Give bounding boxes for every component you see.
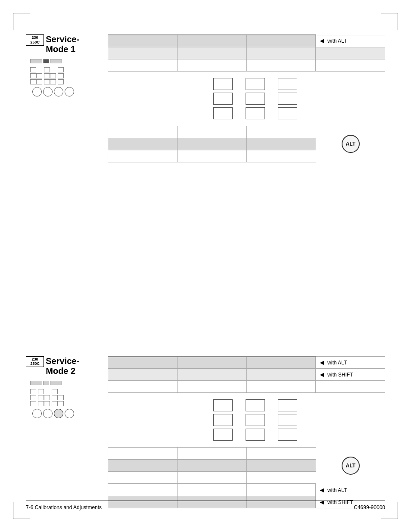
bcell-3-2	[177, 150, 246, 162]
small-box2-2	[213, 414, 233, 426]
service-mode-1-right-panel: ◄ with ALT	[108, 34, 385, 162]
arrow-icon-4: ◄	[318, 486, 325, 494]
table-row	[108, 381, 385, 393]
key-15	[58, 79, 64, 84]
cell-2-1	[108, 47, 177, 59]
round-btn-3	[54, 87, 63, 96]
table-row: ALT	[108, 126, 386, 138]
table-row: ALT	[108, 448, 386, 460]
key-group-2b	[38, 389, 49, 406]
cell-2-2	[177, 47, 246, 59]
footer: 7-6 Calibrations and Adjustments C4699-9…	[26, 501, 385, 510]
b2cell-1-3	[246, 448, 316, 460]
small-box-4	[246, 78, 265, 90]
key-8	[50, 67, 56, 72]
service-mode-2-title-container: 230 250C Service-Mode 2	[26, 356, 101, 376]
slider-seg-2-1	[30, 381, 42, 385]
slider-seg-2-3	[50, 381, 62, 385]
slider-seg-2	[43, 59, 49, 63]
small-box2-7	[278, 399, 297, 411]
slider-seg-2-2	[43, 381, 49, 385]
small-box2-9	[278, 429, 297, 441]
bcell-1-3	[246, 126, 316, 138]
s2-cell-2-1	[108, 369, 177, 381]
bcell-1-1	[108, 126, 177, 138]
alt-button-1[interactable]: ALT	[342, 135, 360, 153]
s2-cell-3-3	[246, 381, 316, 393]
key-1	[30, 67, 36, 72]
key2-12	[52, 395, 58, 400]
with-alt-label-3: ◄ with ALT	[318, 486, 382, 494]
service-mode-1-badge: 230 250C	[26, 34, 44, 46]
table-row: ◄ with ALT	[108, 35, 385, 47]
keyboard-diagram-2	[30, 380, 101, 418]
key-5	[30, 79, 36, 84]
key2-5	[44, 389, 50, 394]
b2cell-3-2	[177, 472, 246, 484]
s2-cell-1-3	[246, 357, 316, 369]
b2cell-3-1	[108, 472, 177, 484]
service-mode-1-title-container: 230 250C Service-Mode 1	[26, 34, 101, 54]
with-alt-text-1: with ALT	[327, 38, 347, 44]
b2cell-2-2	[177, 460, 246, 472]
key-2	[36, 67, 42, 72]
slider-row-1	[30, 58, 101, 65]
key-3	[30, 73, 36, 78]
bottom-grid-section-1: ALT	[108, 126, 385, 162]
cell-1-1	[108, 35, 177, 47]
round-btn2-2	[43, 409, 53, 418]
table-row	[108, 59, 385, 71]
small-box-1	[213, 78, 233, 90]
small-box2-4	[246, 399, 265, 411]
round-btn2-3	[54, 409, 63, 418]
with-shift-label-2: ◄ with SHIFT	[318, 371, 382, 379]
bcell-1-2	[177, 126, 246, 138]
s2-cell-2-2	[177, 369, 246, 381]
cell-1-3	[246, 35, 316, 47]
key2-6	[38, 395, 44, 400]
s2-cell-1-2	[177, 357, 246, 369]
key2-15	[58, 401, 64, 406]
arrow-icon-2: ◄	[318, 359, 325, 367]
s2-cell-3-4	[316, 381, 385, 393]
s2-cell-2-4: ◄ with SHIFT	[316, 369, 385, 381]
cell-3-4	[316, 59, 385, 71]
key2-8	[38, 401, 44, 406]
key-group-2c	[52, 389, 63, 406]
service-mode-2-left-panel: 230 250C Service-Mode 2	[26, 356, 101, 509]
key2-14	[52, 401, 58, 406]
service-mode-1-title: Service-Mode 1	[46, 34, 101, 54]
button-row-1	[32, 87, 101, 96]
key2-10	[52, 389, 58, 394]
table-row: ◄ with SHIFT	[108, 369, 385, 381]
small-box2-5	[246, 414, 265, 426]
slider-seg-1	[30, 59, 42, 63]
service-mode-2-title: Service-Mode 2	[46, 356, 101, 376]
small-box-col2-2	[246, 399, 265, 441]
top-grid-table-1: ◄ with ALT	[108, 34, 385, 72]
button-row-2	[32, 409, 101, 418]
small-box-col-1	[213, 78, 233, 119]
slider-seg-3	[50, 59, 62, 63]
key-group-1a	[30, 67, 41, 84]
key-groups-1	[30, 67, 101, 84]
round-btn-1	[32, 87, 42, 96]
key2-13	[58, 395, 64, 400]
key-12	[50, 79, 56, 84]
round-btn2-4	[65, 409, 74, 418]
key-11	[44, 79, 50, 84]
key-10	[50, 73, 56, 78]
small-box-col-3	[278, 78, 297, 119]
bottom-grid-table-2: ALT	[108, 447, 385, 484]
round-btn2-1	[32, 409, 42, 418]
key-6	[36, 79, 42, 84]
bcell-3-3	[246, 150, 316, 162]
keyboard-diagram-1	[30, 58, 101, 96]
small-box-3	[213, 107, 233, 119]
key-13	[58, 67, 64, 72]
small-box-2	[213, 93, 233, 105]
arrow-icon-3: ◄	[318, 371, 325, 379]
alt-button-2[interactable]: ALT	[342, 457, 360, 475]
round-btn-2	[43, 87, 53, 96]
key-groups-2	[30, 389, 101, 406]
